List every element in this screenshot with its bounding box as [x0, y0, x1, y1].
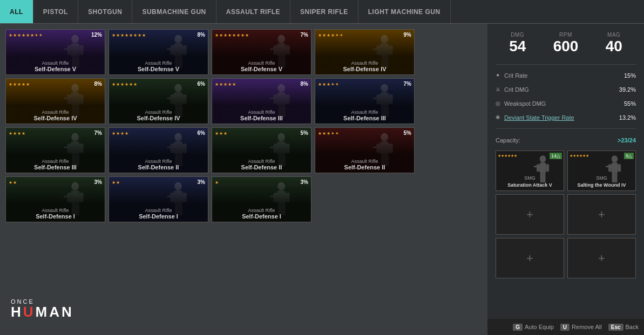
card-stars: ★ [215, 180, 219, 185]
weapon-card[interactable]: ★★★✦✦5%Assault RifleSelf-Defense II [315, 127, 415, 173]
slot-plus-icon: + [526, 251, 533, 265]
slot-item-name: Salting the Wound IV [568, 182, 635, 188]
slot-plus-icon: + [526, 208, 533, 222]
svg-rect-136 [540, 163, 546, 173]
back-action: Esc Back [608, 324, 639, 331]
card-stars: ★★★★✦✦ [318, 33, 344, 38]
card-stars: ★★★★★★✦✦ [9, 33, 43, 38]
svg-rect-141 [534, 166, 545, 167]
nav-tab-pistol[interactable]: PISTOL [33, 0, 78, 23]
weapon-card[interactable]: ★3%Assault RifleSelf-Defense I [212, 176, 311, 222]
nav-tab-light-machine-gun[interactable]: LIGHT MACHINE GUN [358, 0, 451, 23]
card-name: Self-Defense V [109, 66, 208, 72]
card-type: Assault Rifle [6, 208, 105, 213]
auto-equip-label: Auto Equip [525, 324, 554, 330]
card-info: Assault RifleSelf-Defense V [109, 60, 208, 72]
capacity-row: Capacity: >23/24 [496, 135, 636, 145]
back-key: Esc [608, 324, 623, 331]
weapon-card[interactable]: ★★★★★★★★7%Assault RifleSelf-Defense V [212, 29, 311, 75]
remove-all-action: U Remove All [560, 324, 602, 331]
card-stars: ★★★ [215, 131, 228, 136]
nav-tab-all[interactable]: ALL [0, 0, 33, 23]
logo-main: HUMAN [11, 305, 74, 319]
crit-dmg-label: ⚔ Crit DMG [496, 86, 529, 93]
card-percentage: 3% [301, 179, 308, 185]
card-name: Self-Defense II [315, 164, 414, 170]
dmg-label: DMG [509, 32, 526, 38]
card-stars: ★★★✦✦ [318, 82, 340, 87]
card-percentage: 8% [94, 81, 102, 87]
weapon-card[interactable]: ★★★★★★★★8%Assault RifleSelf-Defense V [109, 29, 208, 75]
card-stars: ★★ [9, 180, 17, 185]
card-name: Self-Defense III [315, 115, 414, 121]
divider-1 [496, 64, 636, 65]
card-info: Assault RifleSelf-Defense I [6, 208, 105, 220]
weapon-card[interactable]: ★★★★7%Assault RifleSelf-Defense III [5, 127, 105, 173]
right-panel: DMG 54 RPM 600 MAG 40 ✦ Crit Rate 15% ⚔ [487, 24, 644, 335]
card-type: Assault Rifle [109, 60, 208, 66]
card-type: Assault Rifle [6, 110, 105, 115]
card-name: Self-Defense I [6, 213, 105, 220]
top-nav: ALLPISTOLSHOTGUNSUBMACHINE GUNASSAULT RI… [0, 0, 644, 24]
equipment-slots: ★★★★★★14△ SMGSaturation Attack V★★★★★★9△ [496, 151, 636, 278]
weapon-card[interactable]: ★★★★★★✦✦12%Assault RifleSelf-Defense V [5, 29, 105, 75]
card-stars: ★★★✦✦ [318, 131, 340, 136]
nav-tab-assault-rifle[interactable]: ASSAULT RIFLE [216, 0, 290, 23]
card-info: Assault RifleSelf-Defense V [6, 60, 105, 72]
card-info: Assault RifleSelf-Defense IV [6, 110, 105, 121]
card-info: Assault RifleSelf-Defense II [109, 159, 208, 170]
nav-tab-shotgun[interactable]: SHOTGUN [78, 0, 133, 23]
card-type: Assault Rifle [212, 159, 311, 164]
card-info: Assault RifleSelf-Defense I [109, 208, 208, 220]
svg-rect-145 [618, 164, 621, 171]
weapon-card[interactable]: ★★★★★8%Assault RifleSelf-Defense III [212, 78, 311, 124]
weapon-card[interactable]: ★★★✦✦7%Assault RifleSelf-Defense III [315, 78, 415, 124]
weapon-card[interactable]: ★★★★★8%Assault RifleSelf-Defense IV [5, 78, 105, 124]
card-percentage: 6% [198, 130, 205, 136]
card-type: Assault Rifle [109, 110, 208, 115]
card-percentage: 3% [198, 179, 205, 185]
card-type: Assault Rifle [315, 60, 414, 66]
card-stars: ★★★★★★★★ [112, 33, 146, 38]
card-stars: ★★ [112, 180, 120, 185]
equipment-slot-3[interactable]: + [567, 194, 636, 235]
card-info: Assault RifleSelf-Defense III [6, 159, 105, 170]
logo-accent: U [23, 304, 36, 320]
card-percentage: 12% [91, 32, 102, 38]
deviant-link[interactable]: Deviant State Trigger Rate [504, 114, 574, 121]
slot-plus-icon: + [598, 251, 605, 265]
card-percentage: 8% [198, 32, 205, 38]
card-percentage: 5% [301, 130, 308, 136]
card-info: Assault RifleSelf-Defense I [212, 208, 311, 220]
capacity-label: Capacity: [496, 137, 520, 143]
weakspot-row: ◎ Weakspot DMG 55% [496, 99, 636, 108]
weapon-card[interactable]: ★★★5%Assault RifleSelf-Defense II [212, 127, 311, 173]
logo: ONCE HUMAN [11, 298, 74, 319]
nav-tab-submachine-gun[interactable]: SUBMACHINE GUN [132, 0, 216, 23]
deviant-row: ❋ Deviant State Trigger Rate 13.2% [496, 113, 636, 122]
deviant-label: ❋ Deviant State Trigger Rate [496, 114, 574, 121]
weapon-card[interactable]: ★★3%Assault RifleSelf-Defense I [5, 176, 105, 222]
card-info: Assault RifleSelf-Defense III [212, 110, 311, 121]
weakspot-icon: ◎ [496, 100, 502, 107]
equipment-slot-4[interactable]: + [496, 238, 564, 278]
card-type: Assault Rifle [6, 159, 105, 164]
weapon-card[interactable]: ★★★★★★6%Assault RifleSelf-Defense IV [109, 78, 208, 124]
crit-dmg-value: 39.2% [619, 86, 636, 93]
card-stars: ★★★★★★★★ [215, 33, 249, 38]
weapon-card[interactable]: ★★★★✦✦9%Assault RifleSelf-Defense IV [315, 29, 415, 75]
equipment-slot-2[interactable]: + [496, 194, 564, 235]
weapon-card[interactable]: ★★★★6%Assault RifleSelf-Defense II [109, 127, 208, 173]
equipment-slot-1[interactable]: ★★★★★★9△ SMGSalting the Wound IV [567, 151, 636, 191]
remove-all-label: Remove All [572, 324, 602, 330]
card-stars: ★★★★★ [215, 82, 236, 87]
svg-rect-148 [606, 166, 617, 167]
card-stars: ★★★★★★ [112, 82, 138, 87]
nav-tab-sniper-rifle[interactable]: SNIPER RIFLE [290, 0, 358, 23]
card-name: Self-Defense IV [6, 115, 105, 121]
card-info: Assault RifleSelf-Defense II [315, 159, 414, 170]
card-stars: ★★★★★ [9, 82, 30, 87]
weapon-card[interactable]: ★★3%Assault RifleSelf-Defense I [109, 176, 208, 222]
equipment-slot-0[interactable]: ★★★★★★14△ SMGSaturation Attack V [496, 151, 564, 191]
equipment-slot-5[interactable]: + [567, 238, 636, 278]
